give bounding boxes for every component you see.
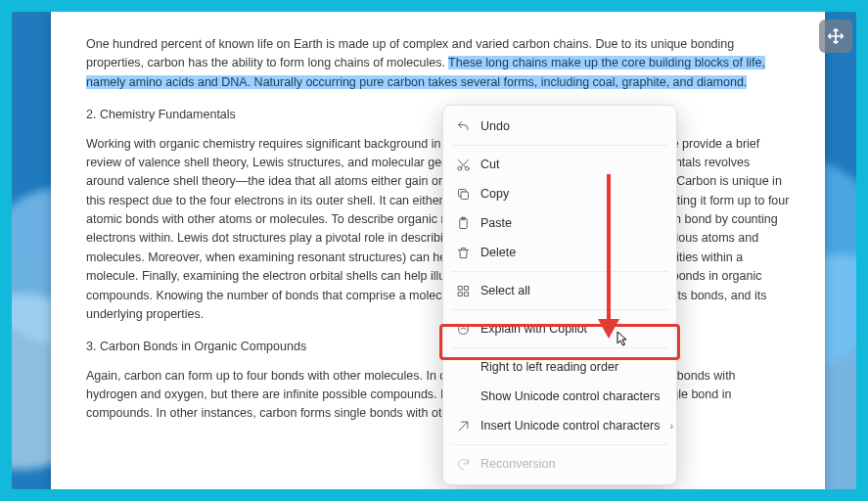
menu-undo[interactable]: Undo — [443, 112, 676, 141]
paste-icon — [456, 216, 471, 231]
menu-select-all[interactable]: Select all — [443, 276, 676, 305]
paragraph-fundamentals[interactable]: Working with organic chemistry requires … — [86, 135, 790, 325]
svg-rect-6 — [464, 286, 468, 290]
menu-separator — [451, 271, 668, 272]
svg-rect-7 — [458, 292, 462, 296]
reconversion-icon — [456, 457, 471, 472]
heading-carbon-bonds: 3. Carbon Bonds in Organic Compounds — [86, 338, 790, 356]
heading-chemistry-fundamentals: 2. Chemistry Fundamentals — [86, 106, 790, 124]
desktop-background: One hundred percent of known life on Ear… — [12, 12, 856, 489]
paragraph-intro[interactable]: One hundred percent of known life on Ear… — [86, 35, 790, 92]
menu-separator — [451, 309, 668, 310]
copy-icon — [456, 187, 471, 202]
copilot-icon — [456, 322, 471, 337]
svg-rect-2 — [461, 192, 469, 200]
menu-delete-label: Delete — [480, 246, 516, 259]
svg-point-9 — [458, 324, 468, 334]
move-handle[interactable] — [819, 20, 852, 53]
chevron-right-icon: › — [669, 420, 673, 432]
menu-separator — [451, 444, 668, 445]
menu-insert-unicode-cc[interactable]: Insert Unicode control characters › — [443, 411, 676, 440]
menu-show-unicode-cc[interactable]: Show Unicode control characters — [443, 382, 676, 411]
menu-select-all-label: Select all — [480, 284, 530, 297]
menu-paste[interactable]: Paste — [443, 208, 676, 238]
svg-rect-8 — [464, 292, 468, 296]
menu-explain-copilot[interactable]: Explain with Copilot — [443, 314, 676, 343]
menu-rtl-label: Right to left reading order — [480, 360, 618, 374]
menu-reconversion-label: Reconversion — [480, 457, 555, 471]
menu-show-unicode-cc-label: Show Unicode control characters — [480, 389, 660, 403]
menu-undo-label: Undo — [480, 119, 510, 133]
cut-icon — [456, 158, 471, 172]
menu-copy[interactable]: Copy — [443, 179, 676, 208]
paragraph-carbon-bonds[interactable]: Again, carbon can form up to four bonds … — [86, 367, 790, 424]
menu-paste-label: Paste — [480, 216, 512, 230]
menu-insert-unicode-cc-label: Insert Unicode control characters — [480, 419, 660, 433]
select-all-icon — [456, 284, 471, 298]
delete-icon — [456, 246, 471, 260]
menu-separator — [451, 145, 668, 146]
menu-separator — [451, 347, 668, 348]
document-page[interactable]: One hundred percent of known life on Ear… — [51, 12, 825, 489]
menu-delete[interactable]: Delete — [443, 238, 676, 267]
move-arrows-icon — [826, 26, 845, 46]
insert-ucc-icon — [456, 419, 471, 433]
menu-reconversion: Reconversion — [443, 449, 676, 478]
undo-icon — [456, 119, 471, 134]
menu-copy-label: Copy — [480, 187, 509, 201]
menu-cut[interactable]: Cut — [443, 150, 676, 179]
menu-explain-copilot-label: Explain with Copilot — [480, 322, 587, 336]
context-menu: Undo Cut Copy Paste Delete Sele — [442, 105, 677, 485]
tutorial-frame: One hundred percent of known life on Ear… — [0, 0, 868, 501]
menu-cut-label: Cut — [480, 158, 499, 171]
svg-rect-5 — [458, 286, 462, 290]
menu-rtl-reading-order[interactable]: Right to left reading order — [443, 352, 676, 382]
